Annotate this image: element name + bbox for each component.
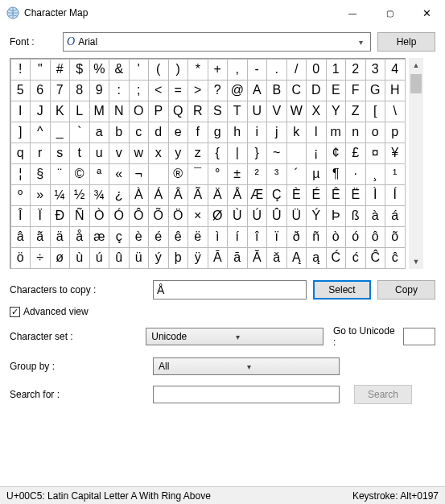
char-cell[interactable]: ¼: [50, 184, 71, 206]
char-cell[interactable]: å: [69, 226, 90, 248]
charset-select[interactable]: Unicode ▾: [146, 328, 323, 345]
char-cell[interactable]: [148, 163, 169, 185]
char-cell[interactable]: °: [208, 163, 229, 185]
char-cell[interactable]: ì: [208, 226, 229, 248]
char-cell[interactable]: h: [227, 122, 248, 143]
char-cell[interactable]: ·: [345, 163, 366, 185]
char-cell[interactable]: `: [69, 122, 90, 143]
char-cell[interactable]: G: [365, 80, 386, 101]
char-cell[interactable]: >: [187, 80, 208, 101]
char-cell[interactable]: t: [69, 143, 90, 164]
char-cell[interactable]: R: [187, 101, 208, 122]
char-cell[interactable]: f: [187, 122, 208, 143]
search-button[interactable]: Search: [354, 385, 412, 404]
char-cell[interactable]: Ø: [208, 205, 229, 227]
char-cell[interactable]: ã: [30, 226, 51, 248]
goto-unicode-input[interactable]: [403, 328, 435, 345]
char-cell[interactable]: *: [187, 59, 208, 81]
char-cell[interactable]: s: [50, 143, 71, 164]
char-cell[interactable]: ': [129, 59, 150, 81]
char-cell[interactable]: Ĉ: [365, 247, 386, 269]
char-cell[interactable]: ą: [306, 247, 327, 269]
char-cell[interactable]: Á: [148, 184, 169, 206]
char-cell[interactable]: @: [227, 80, 248, 101]
char-cell[interactable]: ó: [345, 226, 366, 248]
char-cell[interactable]: u: [89, 143, 110, 164]
char-cell[interactable]: k: [286, 122, 307, 143]
char-cell[interactable]: þ: [168, 247, 189, 269]
char-cell[interactable]: £: [345, 143, 366, 164]
char-cell[interactable]: à: [365, 205, 386, 227]
char-cell[interactable]: Ä: [208, 184, 229, 206]
char-cell[interactable]: ĉ: [385, 247, 406, 269]
char-cell[interactable]: ¬: [129, 163, 150, 185]
char-cell[interactable]: ): [168, 59, 189, 81]
char-cell[interactable]: ¸: [365, 163, 386, 185]
char-cell[interactable]: }: [247, 143, 268, 164]
char-cell[interactable]: q: [10, 143, 31, 164]
char-cell[interactable]: S: [208, 101, 229, 122]
char-cell[interactable]: p: [385, 122, 406, 143]
char-cell[interactable]: _: [50, 122, 71, 143]
char-cell[interactable]: Æ: [247, 184, 268, 206]
char-cell[interactable]: g: [208, 122, 229, 143]
char-cell[interactable]: c: [129, 122, 150, 143]
char-cell[interactable]: ®: [168, 163, 189, 185]
char-cell[interactable]: ;: [129, 80, 150, 101]
char-cell[interactable]: a: [89, 122, 110, 143]
char-cell[interactable]: i: [247, 122, 268, 143]
char-cell[interactable]: [286, 143, 307, 164]
char-cell[interactable]: 2: [345, 59, 366, 81]
char-cell[interactable]: l: [306, 122, 327, 143]
char-cell[interactable]: d: [148, 122, 169, 143]
char-cell[interactable]: K: [50, 101, 71, 122]
char-cell[interactable]: H: [385, 80, 406, 101]
char-cell[interactable]: ô: [365, 226, 386, 248]
char-cell[interactable]: Ð: [50, 205, 71, 227]
char-cell[interactable]: Ô: [129, 205, 150, 227]
char-cell[interactable]: Ú: [247, 205, 268, 227]
help-button[interactable]: Help: [377, 32, 435, 52]
char-cell[interactable]: ¯: [187, 163, 208, 185]
char-cell[interactable]: ¡: [306, 143, 327, 164]
char-cell[interactable]: j: [266, 122, 287, 143]
char-cell[interactable]: Ì: [365, 184, 386, 206]
char-cell[interactable]: [: [365, 101, 386, 122]
char-cell[interactable]: Ö: [168, 205, 189, 227]
char-cell[interactable]: -: [247, 59, 268, 81]
char-cell[interactable]: Q: [168, 101, 189, 122]
char-cell[interactable]: ¤: [365, 143, 386, 164]
char-cell[interactable]: 3: [365, 59, 386, 81]
char-cell[interactable]: §: [30, 163, 51, 185]
char-cell[interactable]: ²: [247, 163, 268, 185]
char-cell[interactable]: 8: [69, 80, 90, 101]
char-cell[interactable]: µ: [306, 163, 327, 185]
char-cell[interactable]: ¥: [385, 143, 406, 164]
char-cell[interactable]: M: [89, 101, 110, 122]
char-cell[interactable]: ¾: [89, 184, 110, 206]
scroll-down-icon[interactable]: ▼: [409, 254, 423, 269]
char-cell[interactable]: O: [129, 101, 150, 122]
char-cell[interactable]: Ć: [326, 247, 347, 269]
characters-to-copy-input[interactable]: [153, 280, 307, 300]
char-cell[interactable]: û: [109, 247, 130, 269]
char-cell[interactable]: é: [148, 226, 169, 248]
char-cell[interactable]: |: [227, 143, 248, 164]
char-cell[interactable]: Ù: [227, 205, 248, 227]
char-cell[interactable]: x: [148, 143, 169, 164]
char-cell[interactable]: ]: [10, 122, 31, 143]
char-cell[interactable]: ï: [266, 226, 287, 248]
char-cell[interactable]: r: [30, 143, 51, 164]
char-cell[interactable]: æ: [89, 226, 110, 248]
character-grid[interactable]: !"#$%&'()*+,-./0123456789:;<=>?@ABCDEFGH…: [10, 58, 406, 269]
char-cell[interactable]: Ó: [109, 205, 130, 227]
char-cell[interactable]: !: [10, 59, 31, 81]
char-cell[interactable]: ä: [50, 226, 71, 248]
select-button[interactable]: Select: [313, 280, 371, 300]
copy-button[interactable]: Copy: [377, 280, 435, 300]
char-cell[interactable]: ^: [30, 122, 51, 143]
char-cell[interactable]: I: [10, 101, 31, 122]
char-cell[interactable]: Å: [227, 184, 248, 206]
char-cell[interactable]: 0: [306, 59, 327, 81]
char-cell[interactable]: &: [109, 59, 130, 81]
